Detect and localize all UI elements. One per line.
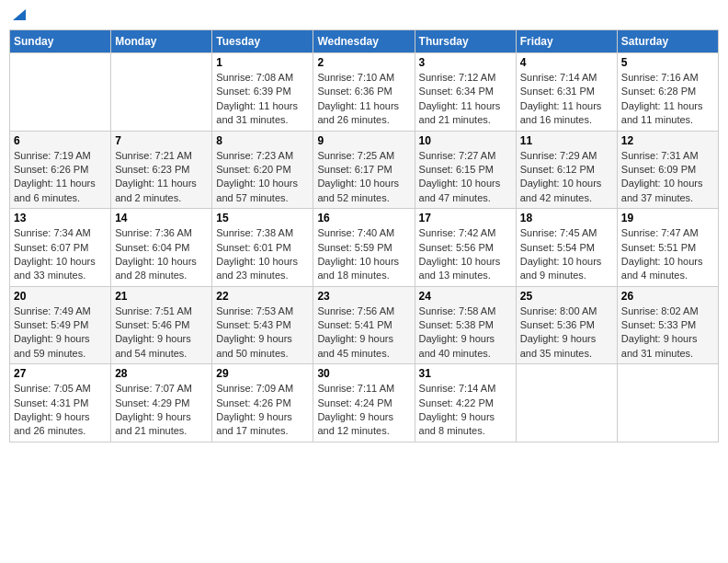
calendar-cell: 18Sunrise: 7:45 AM Sunset: 5:54 PM Dayli… bbox=[516, 209, 617, 287]
day-info: Sunrise: 7:29 AM Sunset: 6:12 PM Dayligh… bbox=[520, 149, 613, 206]
calendar-cell bbox=[111, 53, 212, 132]
calendar-cell: 21Sunrise: 7:51 AM Sunset: 5:46 PM Dayli… bbox=[111, 286, 212, 364]
day-info: Sunrise: 7:49 AM Sunset: 5:49 PM Dayligh… bbox=[14, 304, 107, 362]
calendar-cell: 20Sunrise: 7:49 AM Sunset: 5:49 PM Dayli… bbox=[10, 286, 111, 364]
calendar-week-row: 13Sunrise: 7:34 AM Sunset: 6:07 PM Dayli… bbox=[10, 209, 719, 287]
calendar-week-row: 1Sunrise: 7:08 AM Sunset: 6:39 PM Daylig… bbox=[10, 53, 719, 132]
weekday-header-wednesday: Wednesday bbox=[313, 30, 415, 53]
day-number: 14 bbox=[115, 212, 208, 224]
svg-marker-0 bbox=[13, 9, 26, 20]
logo bbox=[9, 9, 28, 22]
day-number: 6 bbox=[14, 134, 107, 147]
page-header bbox=[9, 9, 719, 22]
day-info: Sunrise: 7:12 AM Sunset: 6:34 PM Dayligh… bbox=[419, 71, 512, 128]
day-number: 7 bbox=[115, 134, 208, 147]
day-info: Sunrise: 7:45 AM Sunset: 5:54 PM Dayligh… bbox=[520, 226, 613, 283]
day-info: Sunrise: 7:27 AM Sunset: 6:15 PM Dayligh… bbox=[419, 149, 512, 206]
logo-triangle-icon bbox=[11, 6, 28, 22]
calendar-cell: 13Sunrise: 7:34 AM Sunset: 6:07 PM Dayli… bbox=[10, 209, 111, 287]
day-info: Sunrise: 7:31 AM Sunset: 6:09 PM Dayligh… bbox=[621, 149, 714, 206]
day-number: 23 bbox=[317, 290, 410, 303]
day-info: Sunrise: 7:53 AM Sunset: 5:43 PM Dayligh… bbox=[216, 304, 309, 362]
calendar-cell: 8Sunrise: 7:23 AM Sunset: 6:20 PM Daylig… bbox=[212, 131, 313, 209]
day-number: 15 bbox=[216, 212, 309, 224]
calendar-cell: 12Sunrise: 7:31 AM Sunset: 6:09 PM Dayli… bbox=[617, 131, 718, 209]
day-info: Sunrise: 8:00 AM Sunset: 5:36 PM Dayligh… bbox=[520, 304, 613, 362]
weekday-header-tuesday: Tuesday bbox=[212, 30, 313, 53]
day-number: 4 bbox=[520, 56, 613, 69]
calendar-cell: 30Sunrise: 7:11 AM Sunset: 4:24 PM Dayli… bbox=[313, 364, 415, 442]
day-number: 24 bbox=[419, 290, 512, 303]
calendar-cell bbox=[516, 364, 617, 442]
calendar-cell: 16Sunrise: 7:40 AM Sunset: 5:59 PM Dayli… bbox=[313, 209, 415, 287]
day-number: 20 bbox=[14, 290, 107, 303]
calendar-cell: 28Sunrise: 7:07 AM Sunset: 4:29 PM Dayli… bbox=[111, 364, 212, 442]
day-info: Sunrise: 7:58 AM Sunset: 5:38 PM Dayligh… bbox=[419, 304, 512, 362]
day-number: 11 bbox=[520, 134, 613, 147]
day-number: 2 bbox=[317, 56, 410, 69]
calendar-week-row: 20Sunrise: 7:49 AM Sunset: 5:49 PM Dayli… bbox=[10, 286, 719, 364]
calendar-cell: 17Sunrise: 7:42 AM Sunset: 5:56 PM Dayli… bbox=[415, 209, 516, 287]
weekday-header-monday: Monday bbox=[111, 30, 212, 53]
day-info: Sunrise: 7:07 AM Sunset: 4:29 PM Dayligh… bbox=[115, 382, 208, 439]
day-number: 9 bbox=[317, 134, 410, 147]
day-info: Sunrise: 7:40 AM Sunset: 5:59 PM Dayligh… bbox=[317, 226, 410, 283]
day-number: 8 bbox=[216, 134, 309, 147]
day-number: 3 bbox=[419, 56, 512, 69]
day-number: 5 bbox=[621, 56, 714, 69]
calendar-cell: 24Sunrise: 7:58 AM Sunset: 5:38 PM Dayli… bbox=[415, 286, 516, 364]
day-info: Sunrise: 7:36 AM Sunset: 6:04 PM Dayligh… bbox=[115, 226, 208, 283]
calendar-cell: 10Sunrise: 7:27 AM Sunset: 6:15 PM Dayli… bbox=[415, 131, 516, 209]
day-number: 17 bbox=[419, 212, 512, 224]
calendar-cell: 14Sunrise: 7:36 AM Sunset: 6:04 PM Dayli… bbox=[111, 209, 212, 287]
calendar-header-row: SundayMondayTuesdayWednesdayThursdayFrid… bbox=[10, 30, 719, 53]
day-number: 1 bbox=[216, 56, 309, 69]
day-number: 31 bbox=[419, 367, 512, 380]
day-info: Sunrise: 7:38 AM Sunset: 6:01 PM Dayligh… bbox=[216, 226, 309, 283]
day-info: Sunrise: 7:11 AM Sunset: 4:24 PM Dayligh… bbox=[317, 382, 410, 439]
calendar-cell: 26Sunrise: 8:02 AM Sunset: 5:33 PM Dayli… bbox=[617, 286, 718, 364]
day-info: Sunrise: 7:19 AM Sunset: 6:26 PM Dayligh… bbox=[14, 149, 107, 206]
day-number: 29 bbox=[216, 367, 309, 380]
day-number: 16 bbox=[317, 212, 410, 224]
day-number: 28 bbox=[115, 367, 208, 380]
calendar-table: SundayMondayTuesdayWednesdayThursdayFrid… bbox=[9, 29, 719, 442]
calendar-cell: 15Sunrise: 7:38 AM Sunset: 6:01 PM Dayli… bbox=[212, 209, 313, 287]
day-info: Sunrise: 7:25 AM Sunset: 6:17 PM Dayligh… bbox=[317, 149, 410, 206]
calendar-cell: 29Sunrise: 7:09 AM Sunset: 4:26 PM Dayli… bbox=[212, 364, 313, 442]
weekday-header-friday: Friday bbox=[516, 30, 617, 53]
calendar-week-row: 27Sunrise: 7:05 AM Sunset: 4:31 PM Dayli… bbox=[10, 364, 719, 442]
calendar-cell: 23Sunrise: 7:56 AM Sunset: 5:41 PM Dayli… bbox=[313, 286, 415, 364]
calendar-cell: 6Sunrise: 7:19 AM Sunset: 6:26 PM Daylig… bbox=[10, 131, 111, 209]
day-info: Sunrise: 7:47 AM Sunset: 5:51 PM Dayligh… bbox=[621, 226, 714, 283]
day-info: Sunrise: 7:08 AM Sunset: 6:39 PM Dayligh… bbox=[216, 71, 309, 128]
calendar-cell bbox=[617, 364, 718, 442]
calendar-cell: 5Sunrise: 7:16 AM Sunset: 6:28 PM Daylig… bbox=[617, 53, 718, 132]
day-info: Sunrise: 7:51 AM Sunset: 5:46 PM Dayligh… bbox=[115, 304, 208, 362]
calendar-cell: 19Sunrise: 7:47 AM Sunset: 5:51 PM Dayli… bbox=[617, 209, 718, 287]
calendar-cell: 27Sunrise: 7:05 AM Sunset: 4:31 PM Dayli… bbox=[10, 364, 111, 442]
weekday-header-thursday: Thursday bbox=[415, 30, 516, 53]
day-number: 22 bbox=[216, 290, 309, 303]
day-number: 30 bbox=[317, 367, 410, 380]
day-number: 27 bbox=[14, 367, 107, 380]
calendar-body: 1Sunrise: 7:08 AM Sunset: 6:39 PM Daylig… bbox=[10, 53, 719, 442]
calendar-cell: 7Sunrise: 7:21 AM Sunset: 6:23 PM Daylig… bbox=[111, 131, 212, 209]
weekday-header-saturday: Saturday bbox=[617, 30, 718, 53]
day-info: Sunrise: 7:23 AM Sunset: 6:20 PM Dayligh… bbox=[216, 149, 309, 206]
day-info: Sunrise: 7:21 AM Sunset: 6:23 PM Dayligh… bbox=[115, 149, 208, 206]
day-number: 12 bbox=[621, 134, 714, 147]
day-number: 13 bbox=[14, 212, 107, 224]
day-info: Sunrise: 7:09 AM Sunset: 4:26 PM Dayligh… bbox=[216, 382, 309, 439]
day-number: 10 bbox=[419, 134, 512, 147]
day-number: 19 bbox=[621, 212, 714, 224]
day-number: 25 bbox=[520, 290, 613, 303]
day-number: 21 bbox=[115, 290, 208, 303]
calendar-cell bbox=[10, 53, 111, 132]
day-info: Sunrise: 8:02 AM Sunset: 5:33 PM Dayligh… bbox=[621, 304, 714, 362]
day-info: Sunrise: 7:34 AM Sunset: 6:07 PM Dayligh… bbox=[14, 226, 107, 283]
calendar-week-row: 6Sunrise: 7:19 AM Sunset: 6:26 PM Daylig… bbox=[10, 131, 719, 209]
calendar-cell: 3Sunrise: 7:12 AM Sunset: 6:34 PM Daylig… bbox=[415, 53, 516, 132]
calendar-cell: 4Sunrise: 7:14 AM Sunset: 6:31 PM Daylig… bbox=[516, 53, 617, 132]
calendar-cell: 9Sunrise: 7:25 AM Sunset: 6:17 PM Daylig… bbox=[313, 131, 415, 209]
